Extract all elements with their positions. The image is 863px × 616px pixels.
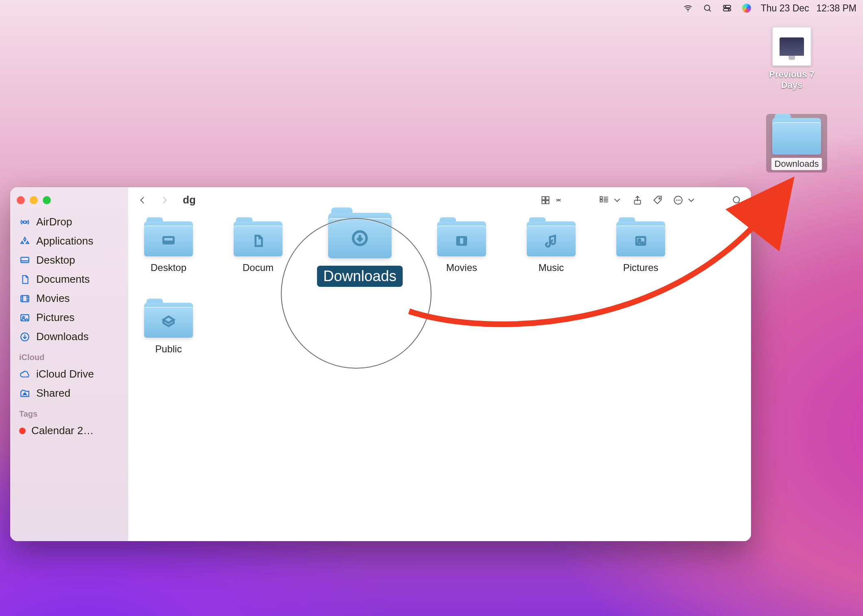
folder-item-pictures[interactable]: Pictures (610, 221, 671, 278)
folder-item-label: Pictures (623, 262, 659, 273)
sidebar-section-icloud: iCloud (13, 346, 125, 365)
finder-toolbar: dg (128, 187, 751, 213)
folder-item-label: Docum (243, 262, 274, 273)
tags-button[interactable] (653, 195, 663, 205)
sidebar-item-label: Downloads (36, 330, 89, 343)
cloud-icon (19, 369, 31, 380)
folder-item-public[interactable]: Public (138, 303, 199, 355)
sidebar-item-label: Shared (36, 387, 70, 400)
window-title: dg (183, 194, 196, 206)
svg-rect-14 (546, 197, 549, 200)
sidebar-item-iclouddrive[interactable]: iCloud Drive (13, 365, 125, 384)
svg-point-22 (676, 199, 677, 201)
folder-item-label: Music (539, 262, 564, 273)
movies-icon (19, 293, 31, 304)
folder-icon (527, 221, 576, 256)
finder-sidebar: AirDrop Applications Desktop Documents M… (10, 187, 128, 541)
finder-content[interactable]: Desktop Docum Downloads (128, 213, 751, 541)
sidebar-section-tags: Tags (13, 403, 125, 421)
sidebar-item-shared[interactable]: Shared (13, 384, 125, 403)
sidebar-item-desktop[interactable]: Desktop (13, 251, 125, 270)
svg-rect-13 (542, 197, 545, 200)
sidebar-item-label: Pictures (36, 311, 74, 324)
svg-point-4 (725, 6, 726, 7)
folder-item-label: Movies (446, 262, 477, 273)
svg-rect-3 (723, 9, 731, 11)
close-button[interactable] (17, 196, 25, 204)
svg-rect-7 (21, 257, 29, 262)
sidebar-item-airdrop[interactable]: AirDrop (13, 212, 125, 232)
folder-icon (616, 221, 665, 256)
folder-item-downloads[interactable]: Downloads (320, 213, 400, 287)
sidebar-item-downloads[interactable]: Downloads (13, 327, 125, 346)
svg-rect-17 (600, 197, 602, 199)
search-button[interactable] (732, 195, 742, 205)
folder-item-label: Downloads (317, 266, 403, 287)
menubar-time[interactable]: 12:38 PM (817, 3, 856, 14)
svg-point-20 (659, 198, 660, 199)
desktop-item-downloads[interactable]: Downloads (766, 114, 827, 173)
folder-icon (234, 221, 283, 256)
downloads-icon (19, 331, 31, 343)
sidebar-item-label: Calendar 2… (31, 424, 94, 437)
folder-icon (144, 221, 193, 256)
airdrop-icon (19, 216, 31, 228)
tag-dot-icon (19, 428, 26, 434)
back-button[interactable] (137, 195, 148, 205)
folder-item-music[interactable]: Music (521, 221, 582, 278)
svg-point-25 (733, 197, 739, 203)
folder-item-documents[interactable]: Docum (228, 221, 289, 278)
action-menu-button[interactable] (673, 195, 697, 205)
forward-button[interactable] (159, 195, 170, 205)
applications-icon (19, 236, 31, 247)
sidebar-item-label: Movies (36, 292, 70, 305)
folder-item-label: Public (155, 343, 182, 355)
sidebar-item-applications[interactable]: Applications (13, 232, 125, 251)
shared-folder-icon (19, 388, 31, 399)
svg-point-0 (687, 11, 688, 11)
pictures-icon (19, 312, 31, 323)
folder-icon (144, 303, 193, 338)
siri-icon[interactable] (741, 3, 752, 13)
sidebar-item-pictures[interactable]: Pictures (13, 308, 125, 327)
desktop-background: Thu 23 Dec 12:38 PM Previous 7 Days Down… (0, 0, 863, 616)
finder-main: dg (128, 187, 751, 541)
svg-point-1 (704, 5, 710, 11)
svg-point-24 (679, 199, 681, 201)
minimize-button[interactable] (30, 196, 38, 204)
folder-icon (437, 221, 486, 256)
svg-point-5 (728, 9, 729, 11)
control-center-icon[interactable] (722, 3, 732, 13)
screenshot-thumbnail-icon (772, 27, 811, 66)
folder-item-label: Desktop (151, 262, 186, 273)
menubar: Thu 23 Dec 12:38 PM (0, 0, 863, 16)
sidebar-tag-calendar[interactable]: Calendar 2… (13, 421, 125, 440)
desktop-item-label: Downloads (771, 158, 822, 170)
svg-rect-18 (600, 199, 602, 201)
desktop-icon (19, 255, 31, 266)
share-button[interactable] (632, 195, 643, 205)
view-mode-button[interactable] (540, 195, 564, 205)
folder-icon (328, 213, 392, 258)
group-by-button[interactable] (599, 195, 622, 205)
svg-rect-15 (542, 201, 545, 204)
menubar-date[interactable]: Thu 23 Dec (761, 3, 809, 14)
sidebar-item-documents[interactable]: Documents (13, 270, 125, 289)
wifi-icon[interactable] (683, 3, 693, 13)
folder-icon (772, 118, 821, 155)
spotlight-icon[interactable] (702, 3, 713, 13)
folder-item-desktop[interactable]: Desktop (138, 221, 199, 278)
svg-rect-8 (21, 295, 29, 301)
desktop-item-label: Previous 7 Days (761, 69, 822, 90)
sidebar-item-label: Applications (36, 235, 93, 247)
svg-point-6 (24, 221, 26, 223)
desktop-item-previous7days[interactable]: Previous 7 Days (761, 27, 822, 90)
svg-rect-2 (723, 5, 731, 8)
svg-point-23 (678, 199, 679, 201)
document-icon (19, 274, 31, 285)
sidebar-item-label: Desktop (36, 254, 75, 266)
folder-item-movies[interactable]: Movies (431, 221, 492, 278)
fullscreen-button[interactable] (43, 196, 51, 204)
window-controls (13, 194, 125, 212)
sidebar-item-movies[interactable]: Movies (13, 289, 125, 308)
